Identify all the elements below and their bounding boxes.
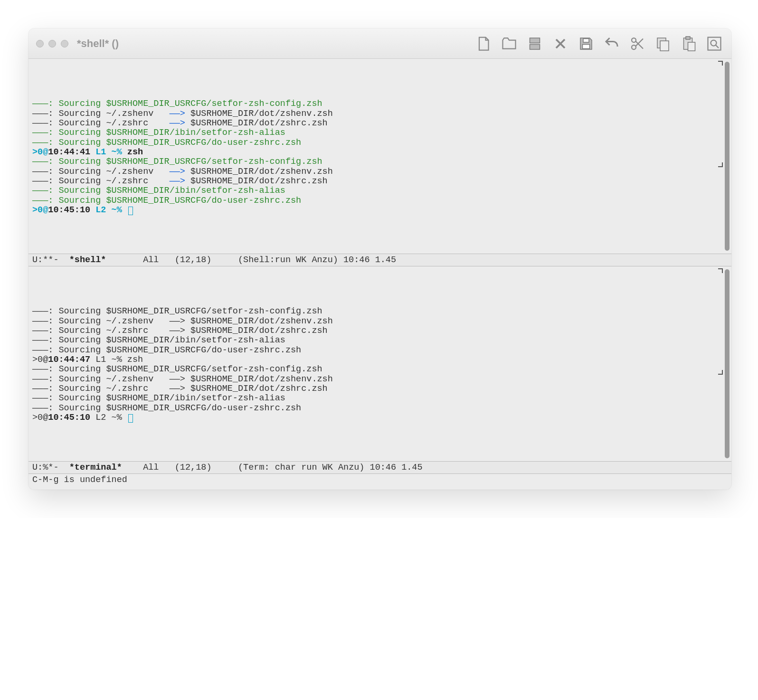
terminal-line: ———: Sourcing ~/.zshenv ——> $USRHOME_DIR… [32,167,728,177]
svg-rect-10 [688,42,695,51]
disk-stack-icon[interactable] [525,34,544,53]
minibuffer[interactable]: C-M-g is undefined [28,474,731,490]
modeline-terminal[interactable]: U:%*- *terminal* All (12,18) (Term: char… [28,461,731,474]
svg-rect-2 [583,44,590,48]
terminal-line: ———: Sourcing $USRHOME_DIR/ibin/setfor-z… [32,394,728,403]
content-area: ———: Sourcing $USRHOME_DIR_USRCFG/setfor… [28,59,731,490]
shell-pane[interactable]: ———: Sourcing $USRHOME_DIR_USRCFG/setfor… [28,59,731,254]
save-disk-icon[interactable] [577,34,596,53]
terminal-line: ———: Sourcing $USRHOME_DIR_USRCFG/setfor… [32,157,728,167]
terminal-line: ———: Sourcing $USRHOME_DIR_USRCFG/do-use… [32,138,728,148]
emacs-window: *shell* () [28,28,731,490]
terminal-line: ———: Sourcing $USRHOME_DIR_USRCFG/setfor… [32,307,728,316]
scrollbar-bottom[interactable] [725,269,730,458]
terminal-line: ———: Sourcing $USRHOME_DIR/ibin/setfor-z… [32,128,728,138]
svg-rect-3 [583,38,589,42]
terminal-line: ———: Sourcing $USRHOME_DIR_USRCFG/do-use… [32,346,728,355]
titlebar: *shell* () [28,28,731,59]
traffic-lights [36,40,68,47]
terminal-line: ———: Sourcing $USRHOME_DIR_USRCFG/setfor… [32,365,728,374]
svg-rect-11 [708,37,721,50]
terminal-line: ———: Sourcing ~/.zshrc ——> $USRHOME_DIR/… [32,384,728,394]
terminal-line: ———: Sourcing $USRHOME_DIR_USRCFG/do-use… [32,196,728,206]
close-x-icon[interactable] [551,34,570,53]
terminal-line: ———: Sourcing $USRHOME_DIR/ibin/setfor-z… [32,336,728,345]
window-title: *shell* () [77,38,119,50]
svg-rect-7 [660,41,669,51]
zoom-window-button[interactable] [61,40,68,47]
copy-icon[interactable] [654,34,673,53]
terminal-line: >0@10:45:10 L2 ~% [32,413,728,423]
svg-point-12 [711,40,717,46]
minimize-window-button[interactable] [48,40,56,47]
terminal-line: >0@10:44:47 L1 ~% zsh [32,355,728,365]
terminal-line: >0@10:45:10 L2 ~% [32,206,728,215]
terminal-line: ———: Sourcing $USRHOME_DIR/ibin/setfor-z… [32,186,728,196]
terminal-line: ———: Sourcing $USRHOME_DIR_USRCFG/do-use… [32,404,728,413]
cut-scissors-icon[interactable] [628,34,647,53]
toolbar [474,34,724,53]
terminal-line: ———: Sourcing ~/.zshrc ——> $USRHOME_DIR/… [32,177,728,186]
terminal-line: ———: Sourcing ~/.zshrc ——> $USRHOME_DIR/… [32,119,728,128]
paste-icon[interactable] [679,34,698,53]
cursor [128,414,133,423]
terminal-line: >0@10:44:41 L1 ~% zsh [32,148,728,157]
terminal-line: ———: Sourcing ~/.zshenv ——> $USRHOME_DIR… [32,375,728,384]
terminal-pane[interactable]: ———: Sourcing $USRHOME_DIR_USRCFG/setfor… [28,266,731,461]
close-window-button[interactable] [36,40,44,47]
svg-rect-9 [686,37,690,39]
new-file-icon[interactable] [474,34,493,53]
terminal-line: ———: Sourcing ~/.zshenv ——> $USRHOME_DIR… [32,109,728,119]
svg-rect-1 [530,44,540,49]
modeline-shell[interactable]: U:**- *shell* All (12,18) (Shell:run WK … [28,254,731,266]
terminal-line: ———: Sourcing ~/.zshrc ——> $USRHOME_DIR/… [32,326,728,336]
open-folder-icon[interactable] [500,34,519,53]
search-icon[interactable] [705,34,724,53]
cursor [128,207,133,215]
terminal-line: ———: Sourcing ~/.zshenv ——> $USRHOME_DIR… [32,317,728,326]
scrollbar-top[interactable] [725,62,730,251]
terminal-line: ———: Sourcing $USRHOME_DIR_USRCFG/setfor… [32,99,728,109]
undo-icon[interactable] [602,34,621,53]
svg-rect-0 [530,38,540,43]
